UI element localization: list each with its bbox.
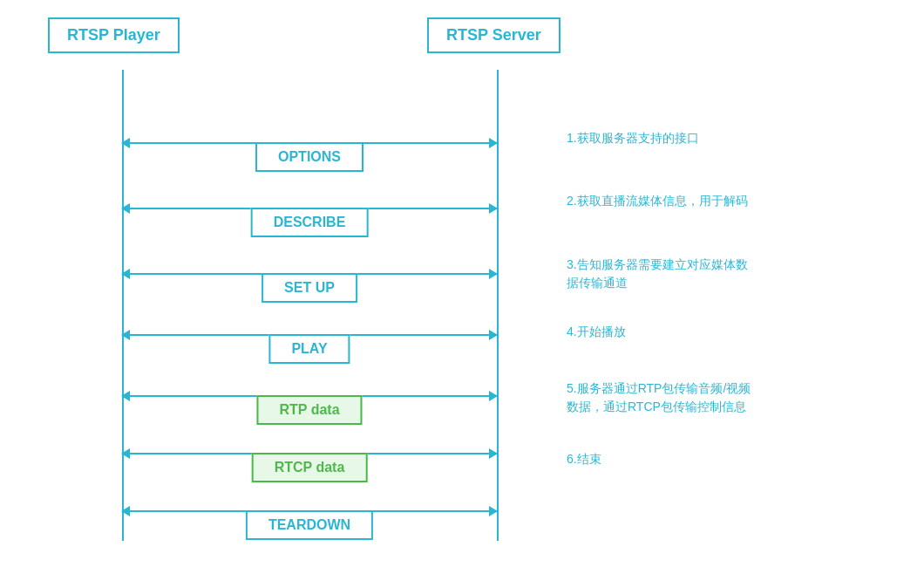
play-arrow-left bbox=[121, 330, 130, 340]
annotation-1: 1.获取服务器支持的接口 bbox=[567, 129, 880, 147]
rtp-arrow-left bbox=[121, 391, 130, 401]
options-arrow-right bbox=[489, 138, 498, 148]
describe-label: DESCRIBE bbox=[274, 215, 346, 229]
teardown-arrow-right bbox=[489, 506, 498, 516]
diagram-container: RTSP Player RTSP Server OPTIONS DESCRIBE… bbox=[0, 0, 924, 567]
options-arrow-line: OPTIONS bbox=[122, 142, 497, 144]
options-arrow-left bbox=[121, 138, 130, 148]
rtp-arrow-line: RTP data bbox=[122, 395, 497, 397]
rtp-box: RTP data bbox=[256, 395, 362, 425]
annotation-6: 6.结束 bbox=[567, 450, 880, 468]
describe-arrow-line: DESCRIBE bbox=[122, 208, 497, 209]
teardown-box: TEARDOWN bbox=[246, 510, 373, 540]
options-box: OPTIONS bbox=[255, 142, 363, 172]
annotation-6-text: 6.结束 bbox=[567, 452, 601, 466]
setup-arrow-line: SET UP bbox=[122, 273, 497, 275]
annotation-5-text: 5.服务器通过RTP包传输音频/视频数据，通过RTCP包传输控制信息 bbox=[567, 381, 751, 413]
server-label: RTSP Server bbox=[446, 26, 541, 44]
setup-arrow-left bbox=[121, 269, 130, 279]
annotation-3-text: 3.告知服务器需要建立对应媒体数据传输通道 bbox=[567, 257, 748, 290]
annotation-5: 5.服务器通过RTP包传输音频/视频数据，通过RTCP包传输控制信息 bbox=[567, 379, 880, 416]
describe-arrow-left bbox=[121, 203, 130, 214]
annotation-4: 4.开始播放 bbox=[567, 323, 880, 341]
play-box: PLAY bbox=[268, 334, 350, 364]
rtcp-arrow-left bbox=[121, 448, 130, 459]
annotation-2-text: 2.获取直播流媒体信息，用于解码 bbox=[567, 194, 748, 208]
teardown-label: TEARDOWN bbox=[268, 517, 350, 532]
teardown-arrow-line: TEARDOWN bbox=[122, 510, 497, 512]
annotation-1-text: 1.获取服务器支持的接口 bbox=[567, 131, 699, 145]
options-label: OPTIONS bbox=[278, 149, 341, 164]
player-label: RTSP Player bbox=[67, 26, 160, 44]
describe-box: DESCRIBE bbox=[251, 208, 369, 237]
rtcp-arrow-right bbox=[489, 448, 498, 459]
rtp-arrow-right bbox=[489, 391, 498, 401]
setup-arrow-right bbox=[489, 269, 498, 279]
setup-label: SET UP bbox=[284, 280, 335, 295]
rtp-label: RTP data bbox=[279, 402, 339, 417]
annotation-2: 2.获取直播流媒体信息，用于解码 bbox=[567, 192, 880, 210]
describe-arrow-right bbox=[489, 203, 498, 214]
annotation-4-text: 4.开始播放 bbox=[567, 324, 626, 338]
rtcp-box: RTCP data bbox=[252, 453, 368, 482]
play-label: PLAY bbox=[291, 341, 327, 356]
setup-box: SET UP bbox=[262, 273, 357, 303]
server-header-box: RTSP Server bbox=[427, 17, 561, 53]
teardown-arrow-left bbox=[121, 506, 130, 516]
play-arrow-right bbox=[489, 330, 498, 340]
annotation-3: 3.告知服务器需要建立对应媒体数据传输通道 bbox=[567, 256, 880, 292]
player-header-box: RTSP Player bbox=[48, 17, 180, 53]
play-arrow-line: PLAY bbox=[122, 334, 497, 336]
rtcp-label: RTCP data bbox=[275, 460, 345, 475]
rtcp-arrow-line: RTCP data bbox=[122, 453, 497, 454]
